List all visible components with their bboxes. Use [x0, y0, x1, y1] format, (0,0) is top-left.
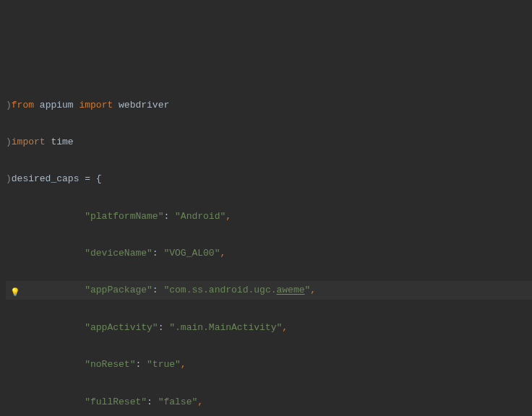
code-line-highlighted: 💡 "appPackage": "com.ss.android.ugc.awem…	[6, 281, 532, 300]
code-line: )import time	[6, 133, 532, 152]
code-editor[interactable]: )from appium import webdriver )import ti…	[0, 74, 532, 416]
code-line: )desired_caps = {	[6, 170, 532, 188]
bulb-icon[interactable]: 💡	[10, 284, 20, 303]
code-line: "platformName": "Android",	[6, 207, 532, 226]
code-line: "appActivity": ".main.MainActivity",	[6, 318, 532, 337]
code-line: "noReset": "true",	[6, 355, 532, 374]
code-line: )from appium import webdriver	[6, 96, 532, 115]
code-line: "fullReset": "false",	[6, 393, 532, 412]
code-line: "deviceName": "VOG_AL00",	[6, 244, 532, 263]
